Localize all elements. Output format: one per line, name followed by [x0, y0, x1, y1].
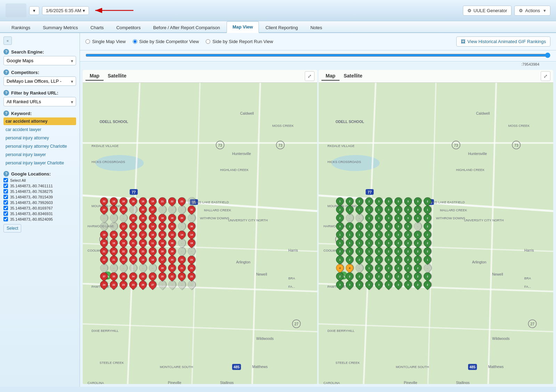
green-pins-grid: 122233333221111333312––113333232111333–2… — [336, 197, 433, 288]
map-pin: 1 — [363, 221, 374, 231]
keyword-item-0[interactable]: car accident attorney — [3, 117, 76, 125]
map-pin: 39 — [166, 237, 177, 248]
map-pin: 2 — [354, 271, 365, 281]
map-pin: 1 — [354, 229, 365, 240]
location-item-0[interactable]: 35.1484873,-80.7461111 — [3, 183, 76, 188]
date-dropdown-left[interactable]: ▾ — [29, 6, 39, 15]
tab-client-reporting[interactable]: Client Reporting — [260, 22, 304, 33]
map-pin: 2 — [422, 221, 433, 231]
competitors-help-icon[interactable]: ? — [3, 70, 9, 75]
content-area: Single Map View Side by Side Competitor … — [80, 33, 556, 387]
svg-text:BRA: BRA — [524, 277, 531, 280]
filter-select[interactable]: All Ranked URLs — [3, 97, 76, 106]
tab-before-after[interactable]: Before / After Report Comparison — [147, 22, 226, 33]
svg-text:DIXIE BERRYHILL: DIXIE BERRYHILL — [91, 329, 118, 333]
map-pin: 18 — [137, 254, 148, 265]
location-checkbox-2[interactable] — [3, 195, 8, 199]
location-checkbox-4[interactable] — [3, 206, 8, 210]
map-pin: 1 — [422, 254, 433, 265]
gif-rankings-button[interactable]: 🖼 View Historical Animated GIF Rankings — [456, 36, 550, 47]
location-checkbox-6[interactable] — [3, 217, 8, 221]
location-item-6[interactable]: 35.1484873,-80.8524095 — [3, 217, 76, 221]
right-map-tab-map[interactable]: Map — [321, 72, 340, 81]
single-map-label[interactable]: Single Map View — [92, 39, 126, 44]
svg-text:CAROLINA: CAROLINA — [324, 381, 340, 384]
right-map-expand-button[interactable]: ⤢ — [541, 71, 550, 81]
map-pin: 2 — [393, 246, 403, 256]
location-checkbox-1[interactable] — [3, 189, 8, 194]
location-checkbox-0[interactable] — [3, 183, 8, 188]
location-item-1[interactable]: 35.1484873,-80.7638275 — [3, 189, 76, 194]
map-pin: – — [176, 221, 187, 231]
side-by-side-label[interactable]: Side by Side Competitor View — [139, 39, 199, 44]
actions-button[interactable]: ⚙ Actions — [514, 6, 550, 16]
map-pin: 18 — [157, 237, 167, 248]
side-by-side-radio[interactable] — [133, 39, 137, 44]
tab-map-view[interactable]: Map View — [227, 21, 259, 33]
tab-summary-metrics[interactable]: Summary Metrics — [37, 22, 84, 33]
locations-help-icon[interactable]: ? — [3, 171, 9, 177]
competitors-select[interactable]: DeMayo Law Offices, LLP - — [3, 76, 76, 86]
location-item-4[interactable]: 35.1484873,-80.8169767 — [3, 206, 76, 210]
map-pin: 3 — [412, 196, 423, 206]
timeline-slider[interactable] — [85, 52, 550, 58]
search-engine-select[interactable]: Google Maps — [3, 56, 76, 65]
map-pin: 3 — [402, 279, 413, 290]
map-pin: 18 — [128, 254, 138, 265]
keyword-help-icon[interactable]: ? — [3, 111, 9, 116]
svg-text:MALLARD CREEK: MALLARD CREEK — [440, 209, 467, 212]
location-checkbox-3[interactable] — [3, 200, 8, 205]
svg-text:MONTCLAIRE SOUTH: MONTCLAIRE SOUTH — [160, 365, 193, 369]
left-map-tab-map[interactable]: Map — [85, 72, 104, 81]
svg-text:Harris: Harris — [524, 248, 534, 252]
select-all-checkbox[interactable] — [3, 178, 8, 182]
map-pin: 3 — [383, 212, 394, 223]
right-map-tab-satellite[interactable]: Satellite — [340, 72, 367, 81]
tab-rankings[interactable]: Rankings — [6, 22, 36, 33]
location-item-5[interactable]: 35.1484873,-80.8346931 — [3, 211, 76, 216]
left-map-expand-button[interactable]: ⤢ — [305, 71, 314, 81]
map-pin: 20 — [118, 204, 129, 215]
red-pins-grid: 331818181819212223–201820–2027–––32–––16… — [100, 197, 197, 288]
map-pin: 3 — [402, 212, 413, 223]
report-run-label[interactable]: Side by Side Report Run View — [212, 39, 273, 44]
sidebar-collapse-button[interactable]: « — [3, 36, 12, 45]
map-pin: 22 — [166, 271, 177, 281]
select-all-item[interactable]: Select All — [3, 178, 76, 182]
map-pin: 27 — [147, 204, 158, 215]
map-pin: 2 — [422, 196, 433, 206]
keyword-item-5[interactable]: personal injury lawyer Charlotte — [3, 159, 76, 167]
report-run-radio[interactable] — [206, 39, 210, 44]
tab-notes[interactable]: Notes — [304, 22, 328, 33]
map-pin: 35 — [118, 271, 129, 281]
keyword-item-3[interactable]: personal injury attorney Charlotte — [3, 142, 76, 150]
keyword-item-2[interactable]: personal injury attorney — [3, 134, 76, 142]
map-pin: 2 — [393, 237, 403, 248]
map-pin: 1 — [354, 204, 365, 215]
left-map-tab-satellite[interactable]: Satellite — [104, 72, 131, 81]
tab-competitors[interactable]: Competitors — [111, 22, 147, 33]
location-checkbox-5[interactable] — [3, 211, 8, 216]
map-pin: 20 — [137, 204, 148, 215]
location-item-2[interactable]: 35.1484873,-80.7815439 — [3, 195, 76, 199]
map-pin: 3 — [383, 254, 394, 265]
keyword-label: ? Keyword: — [3, 111, 76, 116]
keyword-item-4[interactable]: personal injury lawyer — [3, 151, 76, 158]
svg-text:HIGHLAND CREEK: HIGHLAND CREEK — [220, 168, 249, 172]
single-map-radio[interactable] — [85, 39, 90, 44]
date-selector[interactable]: 1/6/2025 6:35 AM ▾ — [42, 6, 89, 15]
location-item-3[interactable]: 35.1484873,-80.7992603 — [3, 200, 76, 205]
keyword-item-1[interactable]: car accident lawyer — [3, 126, 76, 133]
svg-text:ODELL SCHOOL: ODELL SCHOOL — [100, 120, 129, 124]
tab-charts[interactable]: Charts — [84, 22, 109, 33]
map-pin: 3 — [402, 221, 413, 231]
map-pin: 18 — [128, 196, 138, 206]
svg-text:485: 485 — [234, 365, 240, 369]
svg-text:Caldwell: Caldwell — [476, 112, 490, 115]
filter-help-icon[interactable]: ? — [3, 90, 9, 96]
uule-generator-button[interactable]: ⚙ UULE Generator — [463, 6, 512, 16]
select-button[interactable]: Select — [3, 224, 21, 232]
search-engine-help-icon[interactable]: ? — [3, 49, 9, 55]
dropdown-arrow-left: ▾ — [33, 8, 35, 13]
search-engine-select-wrapper: Google Maps — [3, 56, 76, 65]
